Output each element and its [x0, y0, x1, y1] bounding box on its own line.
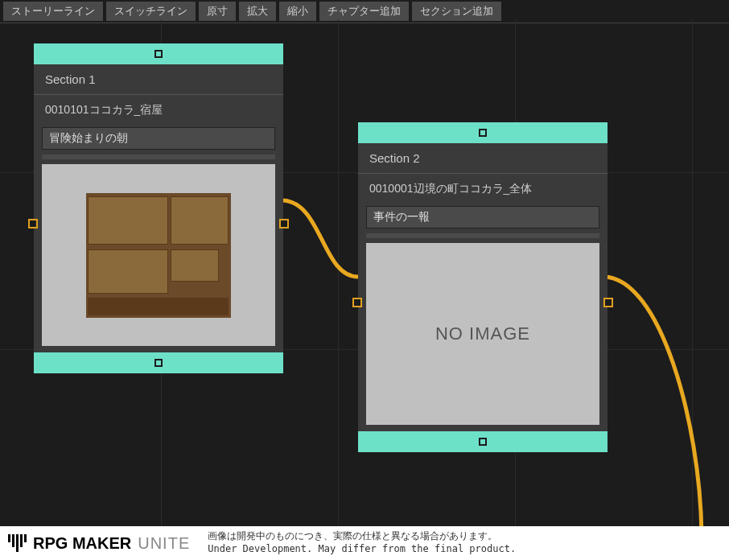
- node-subtitle: 0010101ココカラ_宿屋: [34, 95, 283, 126]
- add-section-button[interactable]: セクション追加: [412, 2, 501, 21]
- brand-text-1: RPG MAKER: [33, 534, 131, 553]
- port-right[interactable]: [603, 298, 613, 307]
- disclaimer-text: 画像は開発中のものにつき、実際の仕様と異なる場合があります。 Under Dev…: [198, 530, 729, 555]
- node-cap-top[interactable]: [34, 43, 283, 64]
- disclaimer-line-2: Under Development. May differ from the f…: [208, 543, 729, 556]
- switchline-button[interactable]: スイッチライン: [106, 2, 196, 21]
- port-left[interactable]: [352, 298, 362, 307]
- node-cap-bottom[interactable]: [358, 431, 608, 452]
- no-image-text: NO IMAGE: [435, 323, 530, 344]
- node-title: Section 2: [358, 143, 608, 174]
- port-left[interactable]: [28, 219, 38, 229]
- node-thin-bar: [366, 233, 599, 238]
- section-node-1[interactable]: Section 1 0010101ココカラ_宿屋 冒険始まりの朝: [34, 43, 283, 373]
- no-image-placeholder[interactable]: NO IMAGE: [366, 243, 599, 425]
- disclaimer-line-1: 画像は開発中のものにつき、実際の仕様と異なる場合があります。: [208, 530, 729, 543]
- node-field[interactable]: 冒険始まりの朝: [42, 127, 275, 150]
- map-preview[interactable]: [42, 164, 275, 346]
- handle-icon: [154, 50, 163, 58]
- brand-text-2: UNITE: [138, 534, 190, 553]
- node-field[interactable]: 事件の一報: [366, 206, 599, 229]
- product-logo: RPG MAKER UNITE: [0, 534, 198, 553]
- node-cap-bottom[interactable]: [34, 352, 283, 373]
- footer-banner: RPG MAKER UNITE 画像は開発中のものにつき、実際の仕様と異なる場合…: [0, 526, 729, 560]
- node-canvas[interactable]: Section 1 0010101ココカラ_宿屋 冒険始まりの朝 Section…: [0, 19, 729, 560]
- node-thin-bar: [42, 154, 275, 159]
- handle-icon: [479, 438, 487, 446]
- section-node-2[interactable]: Section 2 0010001辺境の町ココカラ_全体 事件の一報 NO IM…: [358, 122, 608, 452]
- node-subtitle: 0010001辺境の町ココカラ_全体: [358, 174, 608, 204]
- node-title: Section 1: [34, 64, 283, 95]
- storyline-button[interactable]: ストーリーライン: [3, 2, 103, 21]
- zoom-out-button[interactable]: 縮小: [279, 2, 316, 21]
- port-right[interactable]: [279, 219, 289, 229]
- logo-icon: [8, 534, 27, 552]
- node-cap-top[interactable]: [358, 122, 608, 143]
- zoom-in-button[interactable]: 拡大: [239, 2, 276, 21]
- zoom-original-button[interactable]: 原寸: [199, 2, 236, 21]
- handle-icon: [154, 359, 163, 367]
- handle-icon: [479, 129, 487, 137]
- add-chapter-button[interactable]: チャプター追加: [319, 2, 409, 21]
